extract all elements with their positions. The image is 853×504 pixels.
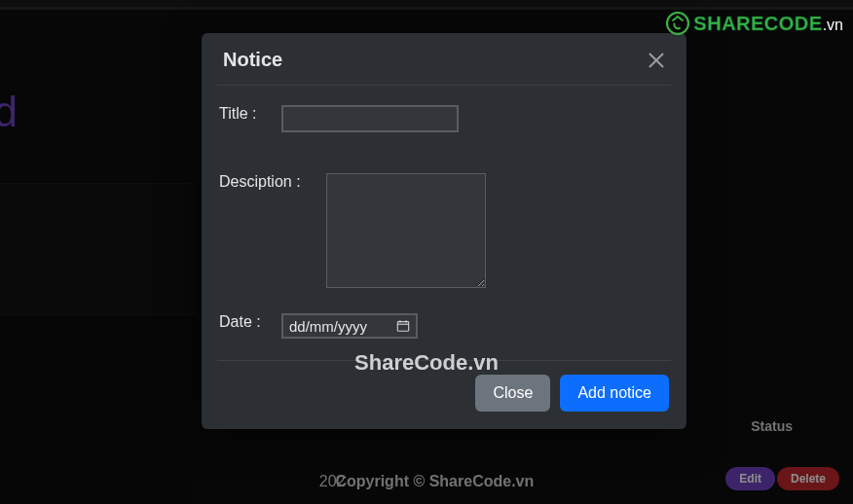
modal-body: Title : Desciption : Date : dd/mm/yyyy	[202, 86, 686, 360]
title-label: Title :	[219, 105, 281, 123]
logo-text-code: CODE	[764, 13, 823, 34]
date-input[interactable]: dd/mm/yyyy	[281, 313, 418, 339]
logo-text: SHARECODE.vn	[693, 13, 843, 35]
description-textarea[interactable]	[326, 173, 486, 288]
close-button[interactable]: Close	[475, 375, 550, 412]
logo-text-share: SHARE	[693, 13, 764, 34]
add-notice-button[interactable]: Add notice	[560, 375, 669, 412]
modal-title: Notice	[223, 49, 282, 71]
modal-header: Notice	[202, 33, 686, 85]
notice-modal: Notice Title : Desciption : Date : dd/mm…	[202, 33, 686, 429]
modal-footer: Close Add notice	[202, 361, 686, 429]
form-row-title: Title :	[219, 105, 669, 132]
logo-icon	[666, 12, 689, 35]
form-row-date: Date : dd/mm/yyyy	[219, 313, 669, 339]
description-label: Desciption :	[219, 173, 326, 191]
logo-text-domain: .vn	[823, 17, 843, 33]
sharecode-logo: SHARECODE.vn	[666, 12, 843, 35]
date-label: Date :	[219, 313, 281, 331]
title-input[interactable]	[281, 105, 459, 132]
calendar-icon[interactable]	[396, 319, 410, 333]
form-row-description: Desciption :	[219, 173, 669, 288]
date-placeholder: dd/mm/yyyy	[289, 318, 390, 335]
svg-rect-0	[397, 322, 408, 332]
close-icon[interactable]	[648, 52, 665, 69]
